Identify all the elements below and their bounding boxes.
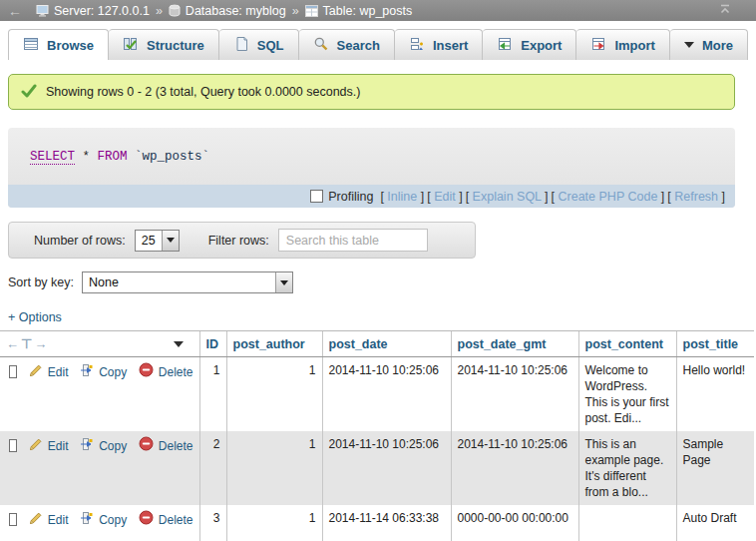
tab-search[interactable]: Search [299,29,395,60]
column-header-post-date-gmt[interactable]: post_date_gmt [451,331,578,357]
sql-icon [233,36,249,55]
status-message-text: Showing rows 0 - 2 (3 total, Query took … [46,85,360,99]
edit-pencil-icon [29,437,43,455]
table-row: Edit Copy Delete 3 1 2014-11-14 06:33:38… [0,505,754,541]
rows-options-bar: Number of rows: 25 Filter rows: [8,222,476,259]
breadcrumb-server[interactable]: Server: 127.0.0.1 [36,4,150,18]
copy-icon [80,511,94,529]
collapse-panel-icon[interactable] [718,3,732,18]
cell-post-content: Welcome to WordPress. This is your first… [578,357,676,432]
sql-table-name: `wp_posts` [135,150,209,164]
column-header-post-title[interactable]: post_title [676,331,754,357]
select-arrow-icon [275,272,292,292]
profiling-toggle[interactable]: Profiling [310,190,373,204]
insert-icon [409,36,425,55]
profiling-checkbox[interactable] [310,190,323,203]
edit-row-link[interactable]: Edit [48,512,69,528]
tab-import-label: Import [614,38,654,53]
action-column-header: ←⊤→ [0,331,199,357]
filter-rows-input[interactable] [278,229,428,252]
row-select-checkbox[interactable] [9,365,17,378]
sql-star: * [83,150,91,164]
select-arrow-icon [162,231,179,251]
breadcrumb-database[interactable]: Database: myblog [169,4,286,18]
tab-insert-label: Insert [433,38,468,53]
cell-id: 2 [199,431,226,505]
sql-keyword-from: FROM [98,150,128,164]
status-message: Showing rows 0 - 2 (3 total, Query took … [8,74,735,110]
edit-row-link[interactable]: Edit [48,438,69,454]
tab-browse-label: Browse [47,38,94,53]
breadcrumb-separator: » [292,4,299,18]
row-select-checkbox[interactable] [9,439,17,452]
refresh-link[interactable]: Refresh [674,190,718,204]
sql-query-box: SELECT * FROM `wp_posts` Profiling Inlin… [8,128,735,208]
cell-post-title: Hello world! [676,357,754,432]
tab-structure[interactable]: Structure [109,29,219,60]
tab-browse[interactable]: Browse [8,29,109,60]
tab-more[interactable]: More [670,29,748,60]
rows-label: Number of rows: [34,234,126,248]
copy-row-link[interactable]: Copy [99,438,127,454]
tab-export[interactable]: Export [483,29,576,60]
results-table: ←⊤→ ID post_author post_date post_date_g… [0,330,754,541]
breadcrumb-table[interactable]: Table: wp_posts [305,4,413,18]
import-icon [590,36,606,55]
cell-post-author: 1 [226,357,322,432]
delete-icon [139,362,154,381]
options-link[interactable]: + Options [8,310,748,324]
sort-by-key-select[interactable]: None [82,271,293,293]
row-select-checkbox[interactable] [9,513,17,526]
explain-sql-link[interactable]: Explain SQL [473,190,542,204]
tab-sql[interactable]: SQL [219,29,299,60]
create-php-code-link[interactable]: Create PHP Code [559,190,658,204]
filter-rows-label: Filter rows: [208,234,269,248]
search-icon [313,36,329,55]
cell-id: 3 [199,505,226,541]
copy-icon [80,437,94,455]
cell-post-content: This is an example page. It's different … [578,431,676,505]
cell-post-date: 2014-11-10 10:25:06 [322,431,451,505]
copy-row-link[interactable]: Copy [99,364,127,380]
column-header-post-date[interactable]: post_date [322,331,451,357]
success-check-icon [21,84,37,101]
edit-query-link[interactable]: Edit [434,190,456,204]
tab-insert[interactable]: Insert [395,29,483,60]
table-row: Edit Copy Delete 1 1 2014-11-10 10:25:06… [0,357,754,432]
cell-post-author: 1 [226,431,322,505]
column-header-id[interactable]: ID [199,331,226,357]
sql-query-text: SELECT * FROM `wp_posts` [8,128,735,185]
breadcrumb-separator: » [156,4,163,18]
tab-import[interactable]: Import [576,29,669,60]
delete-row-link[interactable]: Delete [159,364,193,380]
display-direction-toggle[interactable]: ←⊤→ [6,336,49,351]
tab-strip: Browse Structure SQL Search Insert Expor… [0,21,756,60]
tab-sql-label: SQL [257,38,284,53]
structure-icon [123,36,139,55]
column-header-post-author[interactable]: post_author [226,331,322,357]
breadcrumb-database-label: Database: myblog [186,4,286,18]
column-header-post-content[interactable]: post_content [578,331,676,357]
cell-post-date-gmt: 0000-00-00 00:00:00 [451,505,578,541]
delete-icon [139,436,154,455]
chevron-down-icon [684,42,694,48]
cell-post-title: Auto Draft [676,505,754,541]
delete-row-link[interactable]: Delete [159,438,193,454]
delete-row-link[interactable]: Delete [159,512,193,528]
back-icon[interactable]: ← [8,3,22,19]
copy-icon [80,363,94,381]
profiling-label: Profiling [328,190,373,204]
cell-post-content [578,505,676,541]
sql-keyword-select: SELECT [30,150,75,165]
export-icon [497,36,513,55]
edit-row-link[interactable]: Edit [48,364,69,380]
number-of-rows-select[interactable]: 25 [135,230,180,252]
table-row: Edit Copy Delete 2 1 2014-11-10 10:25:06… [0,431,754,505]
delete-icon [139,510,154,529]
sort-by-key-value: None [83,272,275,292]
copy-row-link[interactable]: Copy [99,512,127,528]
cell-post-author: 1 [226,505,322,541]
column-options-icon[interactable] [174,341,184,347]
inline-link[interactable]: Inline [387,190,417,204]
edit-pencil-icon [29,511,43,529]
